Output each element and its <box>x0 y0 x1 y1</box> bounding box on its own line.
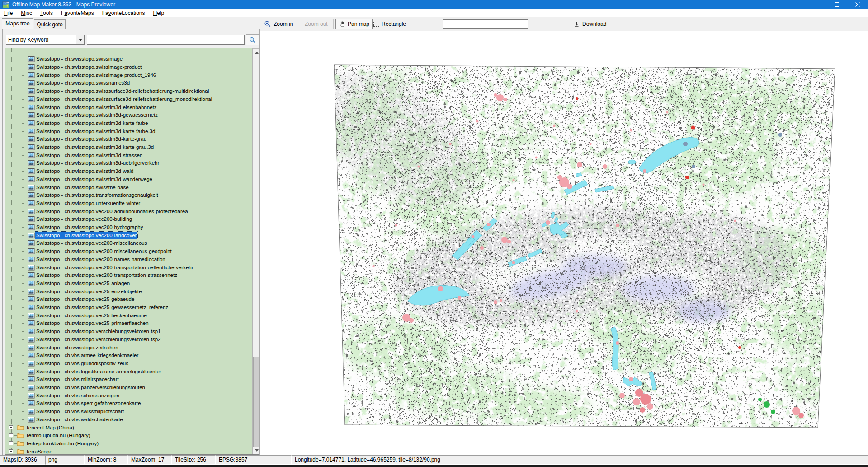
tree-item[interactable]: Swisstopo - ch.vbs.sperr-gefahrenzonenka… <box>5 399 251 407</box>
tree-item-label[interactable]: Swisstopo - ch.swisstopo.vec25-gewaesser… <box>35 304 169 311</box>
tree-item[interactable]: Swisstopo - ch.swisstopo.verschiebungsve… <box>5 335 251 343</box>
tree-scrollbar[interactable] <box>252 48 259 454</box>
tree-item-label[interactable]: Terinfo.ujbuda.hu (Hungary) <box>25 432 91 439</box>
tree-item-label[interactable]: Swisstopo - ch.swisstopo.vec25-primaerfl… <box>35 319 150 327</box>
tree-item-label[interactable]: Swisstopo - ch.swisstopo.swisstlm3d-eise… <box>35 104 158 111</box>
tree-item-label[interactable]: Swisstopo - ch.swisstopo.swisssurface3d-… <box>35 87 210 95</box>
minimize-button[interactable] <box>806 0 826 9</box>
menu-favoritemaps[interactable]: FavoriteMaps <box>57 9 98 17</box>
toolbar-input[interactable] <box>443 19 528 29</box>
tree-item-label[interactable]: Terkep.torokbalint.hu (Hungary) <box>25 440 99 447</box>
tree-item-label[interactable]: Swisstopo - ch.vbs.grunddispositiv-zeus <box>35 360 129 367</box>
tree-item[interactable]: Swisstopo - ch.swisstopo.swisstlm3d-wand… <box>5 175 251 183</box>
scroll-up-icon[interactable] <box>253 48 259 56</box>
tree-item-label[interactable]: Swisstopo - ch.swisstopo.vec25-gebaeude <box>35 295 135 303</box>
tree-item[interactable]: Swisstopo - ch.swisstopo.vec25-primaerfl… <box>5 319 251 327</box>
tree-item[interactable]: Swisstopo - ch.swisstopo.swisstlm3d-kart… <box>5 119 251 127</box>
tree-item[interactable]: Swisstopo - ch.swisstopo.swisssurface3d-… <box>5 87 251 95</box>
tree-item-label[interactable]: Swisstopo - ch.swisstopo.swissimage-prod… <box>35 63 142 71</box>
tree-item-selected[interactable]: Swisstopo - ch.swisstopo.vec200-landcove… <box>5 231 251 239</box>
scrollbar-thumb[interactable] <box>253 357 259 448</box>
menu-tools[interactable]: Tools <box>36 9 57 17</box>
tree-item[interactable]: Swisstopo - ch.swisstopo.vec200-hydrogra… <box>5 223 251 231</box>
tree-item[interactable]: Swisstopo - ch.swisstopo.swisstlm3d-eise… <box>5 103 251 111</box>
tree-item[interactable]: Swisstopo - ch.swisstopo.swisstlm3d-kart… <box>5 127 251 135</box>
expand-plus-icon[interactable] <box>9 441 13 445</box>
expand-plus-icon[interactable] <box>9 433 13 437</box>
tree-item[interactable]: Swisstopo - ch.swisstopo.vec200-building <box>5 215 251 223</box>
tree-item[interactable]: Swisstopo - ch.vbs.panzerverschiebungsro… <box>5 383 251 391</box>
tree-item[interactable]: Swisstopo - ch.swisstopo.vec25-gebaeude <box>5 295 251 303</box>
tree-item[interactable]: Swisstopo - ch.swisstopo.vec25-einzelobj… <box>5 287 251 295</box>
tree-item-label[interactable]: Swisstopo - ch.swisstopo.unterkuenfte-wi… <box>35 200 141 207</box>
find-mode-dropdown[interactable]: Find by Keyword <box>6 35 85 45</box>
map-viewport[interactable] <box>260 31 868 455</box>
tree-item[interactable]: Swisstopo - ch.swisstopo.unterkuenfte-wi… <box>5 199 251 207</box>
tree-item-label[interactable]: Swisstopo - ch.swisstopo.swisstlm3d-kart… <box>35 119 149 127</box>
tree-item[interactable]: Swisstopo - ch.swisstopo.vec200-miscella… <box>5 239 251 247</box>
scroll-down-icon[interactable] <box>253 447 259 454</box>
tree-item[interactable]: Swisstopo - ch.swisstopo.swissimage-prod… <box>5 71 251 79</box>
menu-favoritelocations[interactable]: FavoriteLocations <box>98 9 149 17</box>
tree-item-label[interactable]: Swisstopo - ch.vbs.schiessanzeigen <box>35 392 120 399</box>
search-input[interactable] <box>87 35 245 45</box>
menu-help[interactable]: Help <box>149 9 169 17</box>
tree-item-label[interactable]: Swisstopo - ch.swisstopo.vec200-hydrogra… <box>35 224 144 231</box>
tree-item[interactable]: Swisstopo - ch.vbs.logistikraeume-armeel… <box>5 367 251 376</box>
expand-plus-icon[interactable] <box>9 449 13 453</box>
tree-item-label[interactable]: Swisstopo - ch.swisstopo.swisstlm3d-wand… <box>35 176 153 183</box>
tree-item[interactable]: Swisstopo - ch.swisstopo.vec25-gewaesser… <box>5 303 251 311</box>
tree-item-label[interactable]: Swisstopo - ch.swisstopo.vec200-miscella… <box>35 248 173 255</box>
search-button[interactable] <box>246 34 259 45</box>
tree-item[interactable]: Swisstopo - ch.swisstopo.swisstlm3d-kart… <box>5 143 251 151</box>
tree-item-label[interactable]: Swisstopo - ch.vbs.armee-kriegsdenkmaele… <box>35 352 139 359</box>
tree-item-label[interactable]: Swisstopo - ch.swisstopo.swisstlm3d-kart… <box>35 128 156 135</box>
close-button[interactable] <box>847 0 868 9</box>
tree-item[interactable]: Swisstopo - ch.swisstopo.swisstlm3d-kart… <box>5 135 251 143</box>
tree-item-label[interactable]: TerraScope <box>25 448 53 455</box>
tree-item-label[interactable]: Swisstopo - ch.swisstopo.swisstlm3d-kart… <box>35 143 155 151</box>
tree-item-label[interactable]: Swisstopo - ch.swisstopo.swisstlm3d-gewa… <box>35 111 159 119</box>
tree-item-label[interactable]: Swisstopo - ch.vbs.sperr-gefahrenzonenka… <box>35 400 142 407</box>
tree-item-label[interactable]: Swisstopo - ch.swisstopo.vec200-landcove… <box>35 232 137 239</box>
tree-item-label[interactable]: Swisstopo - ch.swisstopo.swissnames3d <box>35 79 131 86</box>
tree-item[interactable]: Swisstopo - ch.swisstopo.swisstlm3d-uebr… <box>5 159 251 167</box>
tree-item-label[interactable]: Swisstopo - ch.swisstopo.vec200-names-na… <box>35 256 166 263</box>
tree-item-label[interactable]: Swisstopo - ch.swisstopo.vec25-anlagen <box>35 280 131 287</box>
tree-item[interactable]: Swisstopo - ch.vbs.armee-kriegsdenkmaele… <box>5 351 251 359</box>
tree-item-label[interactable]: Swisstopo - ch.vbs.panzerverschiebungsro… <box>35 384 146 391</box>
tree-item-label[interactable]: Swisstopo - ch.swisstopo.vec25-einzelobj… <box>35 288 142 295</box>
tree-item[interactable]: Swisstopo - ch.swisstopo.verschiebungsve… <box>5 327 251 335</box>
tree-folder[interactable]: Terinfo.ujbuda.hu (Hungary) <box>5 431 251 439</box>
tree-item[interactable]: Swisstopo - ch.swisstopo.swisstlm3d-gewa… <box>5 111 251 119</box>
menu-file[interactable]: File <box>0 9 17 17</box>
tree-item[interactable]: Swisstopo - ch.swisstopo.zeitreihen <box>5 343 251 352</box>
tree-item-label[interactable]: Swisstopo - ch.vbs.logistikraeume-armeel… <box>35 368 162 375</box>
tree-item[interactable]: Swisstopo - ch.swisstopo.vec200-names-na… <box>5 255 251 263</box>
tree-item[interactable]: Swisstopo - ch.swisstopo.swisstlm3d-wald <box>5 167 251 175</box>
tree-item[interactable]: Swisstopo - ch.swisstopo.vec200-transpor… <box>5 271 251 279</box>
tree-item-label[interactable]: Swisstopo - ch.swisstopo.vec200-adminbou… <box>35 208 189 215</box>
tree-folder[interactable]: Tencent Map (China) <box>5 424 251 432</box>
tree-item-label[interactable]: Swisstopo - ch.swisstopo.swissimage-prod… <box>35 71 157 79</box>
tree-item-label[interactable]: Swisstopo - ch.swisstopo.verschiebungsve… <box>35 328 162 335</box>
pan-map-button[interactable]: Pan map <box>335 19 373 29</box>
tree-item-label[interactable]: Swisstopo - ch.swisstopo.swisstlm3d-kart… <box>35 135 147 143</box>
tree-item[interactable]: Swisstopo - ch.swisstopo.vec200-transpor… <box>5 263 251 272</box>
tree-item[interactable]: Swisstopo - ch.swisstopo.swisstlm3d-stra… <box>5 151 251 159</box>
tree-item-label[interactable]: Swisstopo - ch.swisstopo.swissimage <box>35 55 123 62</box>
menu-misc[interactable]: Misc <box>17 9 36 17</box>
tree-item-label[interactable]: Swisstopo - ch.swisstopo.vec200-building <box>35 215 133 223</box>
rectangle-button[interactable]: Rectangle <box>371 19 409 29</box>
tree-item-label[interactable]: Swisstopo - ch.swisstopo.swisstlm3d-stra… <box>35 152 143 159</box>
tree-item[interactable]: Swisstopo - ch.vbs.milairspacechart <box>5 375 251 383</box>
tree-item[interactable]: Swisstopo - ch.swisstopo.vec200-adminbou… <box>5 207 251 215</box>
tree-item[interactable]: Swisstopo - ch.swisstopo.swissimage <box>5 55 251 63</box>
tree-item[interactable]: Swisstopo - ch.swisstopo.swissimage-prod… <box>5 63 251 71</box>
tree-item-label[interactable]: Swisstopo - ch.swisstopo.swisssurface3d-… <box>35 95 213 103</box>
tree-item[interactable]: Swisstopo - ch.swisstopo.swisssurface3d-… <box>5 95 251 103</box>
tree-item[interactable]: Swisstopo - ch.swisstopo.vec25-anlagen <box>5 279 251 287</box>
tab-quick-goto[interactable]: Quick goto <box>34 19 66 29</box>
tree-item[interactable]: Swisstopo - ch.vbs.schiessanzeigen <box>5 391 251 400</box>
tree-item-label[interactable]: Swisstopo - ch.swisstopo.swisstlm3d-uebr… <box>35 159 160 167</box>
